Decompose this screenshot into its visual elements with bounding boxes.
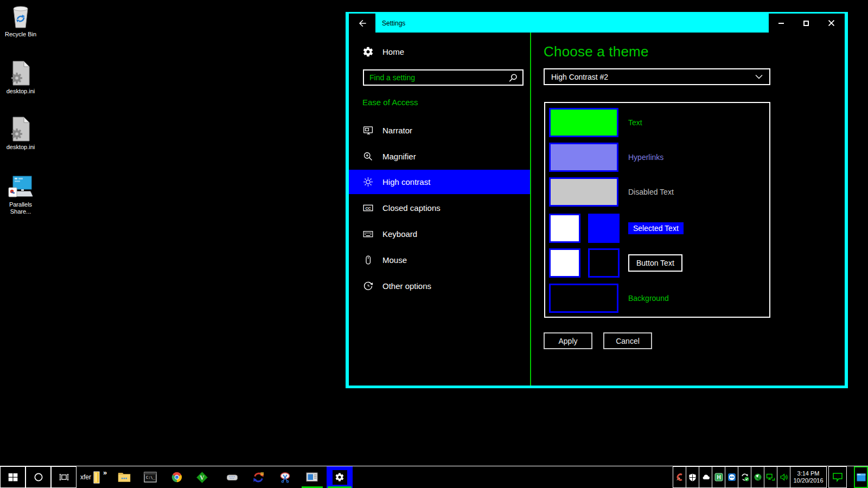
tray-teamviewer[interactable]: [725, 466, 738, 488]
tray-green-app[interactable]: [751, 466, 764, 488]
recycle-bin-icon: [10, 4, 31, 29]
snipping-tool-icon: [279, 471, 291, 484]
green-app-icon: [754, 473, 762, 481]
settings-sidebar: Home Ease of Access Narrator: [349, 33, 530, 386]
cloud-icon: [701, 473, 710, 481]
keyboard-icon: [362, 228, 374, 240]
clock-time: 3:14 PM: [797, 470, 820, 477]
sidebar-item-magnifier[interactable]: Magnifier: [349, 144, 530, 169]
tray-onedrive[interactable]: [699, 466, 712, 488]
back-button[interactable]: [349, 14, 375, 33]
gear-icon: [335, 472, 344, 482]
cortana-button[interactable]: [25, 466, 51, 488]
sync-check-icon: [741, 473, 749, 481]
cortana-circle-icon: [33, 472, 44, 483]
tray-ccleaner[interactable]: [673, 466, 686, 488]
theme-preview-panel: Text Hyperlinks Disabled Text Selected T…: [544, 102, 770, 318]
swatch-background-color: [549, 284, 618, 313]
start-button[interactable]: [0, 466, 25, 488]
preview-label-disabled-text: Disabled Text: [628, 188, 674, 196]
swatch-hyperlink-color: [549, 143, 618, 172]
taskbar-settings-active[interactable]: [327, 466, 353, 488]
title-bar: Settings: [349, 14, 845, 33]
svg-text:H: H: [717, 474, 720, 480]
magnifier-icon: [362, 151, 374, 162]
task-view-button[interactable]: [51, 466, 76, 488]
taskbar-command-prompt[interactable]: C:\_: [137, 466, 163, 488]
action-center-button[interactable]: [828, 466, 847, 488]
desktop-icon-parallels-share[interactable]: Parallels Share...: [0, 175, 41, 215]
tray-sync-status[interactable]: [738, 466, 751, 488]
settings-window: Settings Home: [346, 12, 848, 388]
sidebar-item-home[interactable]: Home: [349, 40, 530, 64]
ini-file-icon: [9, 117, 32, 142]
page-title: Choose a theme: [544, 43, 649, 60]
preview-row-background: Background: [549, 284, 767, 313]
preview-row-text: Text: [549, 108, 767, 137]
preview-row-disabled-text: Disabled Text: [549, 177, 767, 207]
sidebar-item-mouse[interactable]: Mouse: [349, 248, 530, 272]
chevron-down-icon: [755, 74, 763, 79]
window-caption[interactable]: Settings: [375, 14, 769, 33]
desktop-icon-desktop-ini-2[interactable]: desktop.ini: [0, 117, 41, 151]
tray-network[interactable]: [764, 466, 777, 488]
teamviewer-icon: [727, 473, 736, 481]
desktop-icon-desktop-ini-1[interactable]: desktop.ini: [0, 61, 41, 95]
closed-captions-icon: CC: [362, 202, 374, 214]
high-contrast-page: Choose a theme High Contrast #2 Text Hyp…: [531, 33, 845, 386]
sidebar-item-label: Closed captions: [382, 203, 441, 213]
toolbar-overflow-chevron[interactable]: »: [103, 468, 107, 477]
xfer-toolbar[interactable]: xfer »: [76, 466, 112, 488]
command-prompt-icon: C:\_: [144, 471, 157, 483]
back-arrow-icon: [357, 18, 368, 29]
cancel-button[interactable]: Cancel: [603, 332, 652, 349]
sidebar-item-label: Home: [382, 47, 404, 56]
search-input[interactable]: [364, 70, 522, 85]
sidebar-item-label: Narrator: [382, 126, 412, 135]
theme-dropdown[interactable]: High Contrast #2: [544, 68, 770, 85]
swatch-text-color: [549, 108, 618, 137]
search-icon[interactable]: [507, 73, 519, 85]
preview-label-text: Text: [628, 118, 642, 127]
sidebar-item-label: High contrast: [382, 177, 430, 187]
apply-button[interactable]: Apply: [544, 332, 592, 349]
sidebar-item-high-contrast[interactable]: High contrast: [349, 170, 530, 194]
taskbar-chrome[interactable]: [164, 466, 189, 488]
maximize-button[interactable]: [794, 14, 819, 33]
tray-defender[interactable]: [686, 466, 699, 488]
preview-label-selected-text: Selected Text: [628, 222, 684, 234]
taskbar-sync-tool[interactable]: [246, 466, 271, 488]
desktop-icon-label-line2: Share...: [0, 208, 41, 215]
tray-active-window-app[interactable]: [854, 466, 868, 488]
close-icon: [828, 20, 834, 26]
desktop-icon-label: Recycle Bin: [0, 31, 41, 38]
sync-arrows-icon: [252, 471, 265, 484]
sidebar-item-other-options[interactable]: Other options: [349, 274, 530, 298]
sidebar-item-keyboard[interactable]: Keyboard: [349, 222, 530, 246]
taskbar-clock[interactable]: 3:14 PM 10/20/2016: [790, 466, 827, 488]
action-center-bubble-icon: [832, 472, 843, 482]
ini-file-icon: [9, 61, 32, 86]
preview-row-button-text: Button Text: [549, 248, 767, 278]
tray-volume[interactable]: [777, 466, 790, 488]
minimize-button[interactable]: [769, 14, 794, 33]
desktop-icon-label-line1: Parallels: [0, 201, 41, 208]
vga-connector-icon: [226, 471, 239, 483]
close-button[interactable]: [819, 14, 844, 33]
sidebar-section-ease-of-access: Ease of Access: [362, 98, 418, 107]
taskbar-system-window[interactable]: [299, 466, 324, 488]
sidebar-item-closed-captions[interactable]: CC Closed captions: [349, 196, 530, 220]
tray-h-app[interactable]: H: [712, 466, 725, 488]
high-contrast-sun-icon: [362, 176, 374, 188]
taskbar-vim[interactable]: V: [189, 466, 215, 488]
preview-row-selected-text: Selected Text: [549, 214, 767, 243]
clock-date: 10/20/2016: [793, 477, 823, 484]
desktop-icon-recycle-bin[interactable]: Recycle Bin: [0, 4, 41, 38]
minimize-icon: [778, 23, 784, 24]
sidebar-item-narrator[interactable]: Narrator: [349, 118, 530, 143]
taskbar-file-explorer[interactable]: [111, 466, 137, 488]
other-options-icon: [362, 280, 374, 292]
preview-label-background: Background: [628, 294, 669, 303]
taskbar-snipping-tool[interactable]: [272, 466, 298, 488]
taskbar-vga-device[interactable]: [219, 466, 245, 488]
